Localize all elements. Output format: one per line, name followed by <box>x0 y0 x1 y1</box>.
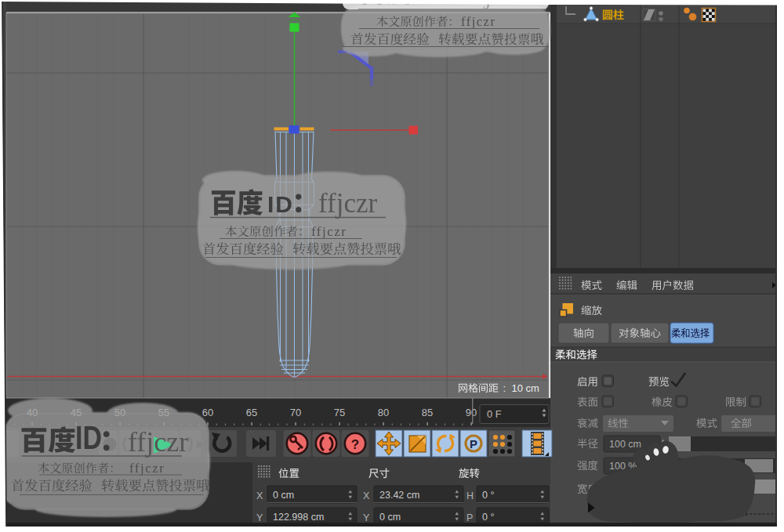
svg-text:ffjczr: ffjczr <box>129 461 165 476</box>
svg-text:65: 65 <box>246 407 257 418</box>
svg-text:100 cm: 100 cm <box>609 439 641 450</box>
svg-text:0 cm: 0 cm <box>273 490 294 501</box>
svg-text:0 °: 0 ° <box>482 490 494 501</box>
svg-text:P: P <box>466 512 473 523</box>
svg-text:: 10 cm: : 10 cm <box>500 382 539 394</box>
svg-text:ID: ID <box>75 419 102 456</box>
svg-text:0 cm: 0 cm <box>379 512 401 523</box>
svg-text:P: P <box>470 437 477 451</box>
svg-text:X: X <box>363 490 370 501</box>
svg-text:0 F: 0 F <box>487 408 502 420</box>
svg-text:ID: ID <box>267 191 294 217</box>
svg-text:80: 80 <box>378 407 389 418</box>
svg-text:ffjczr: ffjczr <box>128 426 188 458</box>
svg-text:0 °: 0 ° <box>482 512 494 523</box>
svg-text:Y: Y <box>363 512 370 523</box>
svg-text:70: 70 <box>290 407 301 418</box>
svg-text:60: 60 <box>202 407 213 418</box>
svg-text:85: 85 <box>422 407 433 418</box>
svg-text:Y: Y <box>256 512 263 523</box>
svg-text:90: 90 <box>466 407 477 418</box>
svg-text:75: 75 <box>334 407 345 418</box>
svg-text:23.42 cm: 23.42 cm <box>379 490 419 501</box>
svg-text:ffjczr: ffjczr <box>311 224 347 239</box>
svg-text:ffjczr: ffjczr <box>318 188 377 219</box>
svg-text:ffjczr: ffjczr <box>461 14 495 29</box>
svg-text:H: H <box>466 490 474 501</box>
svg-text:122.998 cm: 122.998 cm <box>273 512 324 523</box>
svg-text:X: X <box>256 490 263 501</box>
svg-text:?: ? <box>351 437 359 452</box>
